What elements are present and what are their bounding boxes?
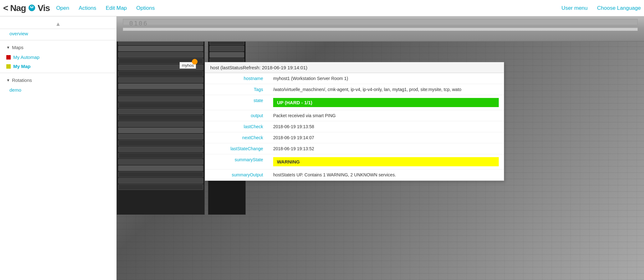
sidebar-scroll-top: ▲ [0, 20, 116, 29]
state-field-value: UP (HARD - 1/1) [268, 95, 504, 110]
nagovis-eye-icon [28, 4, 35, 11]
sidebar-divider-1 [0, 40, 116, 40]
nav-options[interactable]: Options [136, 5, 155, 11]
summarystate-field-value: WARNING [268, 154, 504, 169]
logo[interactable]: < Nag Vis [3, 3, 50, 13]
table-row-lastcheck: lastCheck 2018-06-19 19:13:58 [205, 121, 504, 132]
nav-actions[interactable]: Actions [79, 5, 96, 11]
state-badge-warning: WARNING [273, 157, 499, 166]
table-row-hostname: hostname myhost1 (Workstation Server Roo… [205, 73, 504, 84]
state-badge-up: UP (HARD - 1/1) [273, 98, 499, 107]
summarystate-field-label: summaryState [205, 154, 268, 169]
scroll-up-icon: ▲ [55, 21, 61, 27]
my-automap-status-icon [6, 55, 11, 60]
tags-field-label: Tags [205, 84, 268, 95]
main-map-area: 0106 myhos host (lastStatusRefresh: 2018… [117, 16, 644, 280]
sidebar-item-overview[interactable]: overview [0, 29, 116, 38]
nav-right: User menu Choose Language [561, 5, 641, 11]
nav-open[interactable]: Open [56, 5, 69, 11]
nextcheck-field-value: 2018-06-19 19:14:07 [268, 132, 504, 143]
hostname-field-value: myhost1 (Workstation Server Room 1) [268, 73, 504, 84]
lastcheck-field-label: lastCheck [205, 121, 268, 132]
summaryoutput-field-value: hostStateIs UP. Contains 1 WARNING, 2 UN… [268, 169, 504, 180]
host-node[interactable]: myhos [180, 62, 196, 69]
sidebar: ▲ overview ▼ Maps My Automap My Map ▼ Ro… [0, 16, 117, 280]
lastcheck-field-value: 2018-06-19 19:13:58 [268, 121, 504, 132]
layout: ▲ overview ▼ Maps My Automap My Map ▼ Ro… [0, 16, 644, 280]
sidebar-item-my-map[interactable]: My Map [0, 62, 116, 71]
table-row-summaryoutput: summaryOutput hostStateIs UP. Contains 1… [205, 169, 504, 180]
rack1 [117, 26, 205, 215]
host-info-popup: host (lastStatusRefresh: 2018-06-19 19:1… [205, 62, 504, 181]
table-row-summarystate: summaryState WARNING [205, 154, 504, 169]
table-row-nextcheck: nextCheck 2018-06-19 19:14:07 [205, 132, 504, 143]
tags-field-value: /wato/virtuelle_maschinen/, cmk-agent, i… [268, 84, 504, 95]
maps-collapse-arrow: ▼ [6, 45, 10, 50]
table-row-tags: Tags /wato/virtuelle_maschinen/, cmk-age… [205, 84, 504, 95]
nav-choose-language[interactable]: Choose Language [597, 5, 641, 11]
rack-label: 0106 [129, 20, 148, 27]
main-nav: Open Actions Edit Map Options [56, 5, 561, 11]
my-map-label: My Map [13, 64, 31, 69]
laststatechange-field-value: 2018-06-19 19:13:52 [268, 143, 504, 154]
popup-table: hostname myhost1 (Workstation Server Roo… [205, 73, 504, 180]
table-row-output: output Packet received via smart PING [205, 110, 504, 121]
sidebar-item-demo[interactable]: demo [0, 85, 116, 94]
state-field-label: state [205, 95, 268, 110]
nextcheck-field-label: nextCheck [205, 132, 268, 143]
sidebar-rotations-header[interactable]: ▼ Rotations [0, 75, 116, 85]
topbar: < Nag Vis Open Actions Edit Map Options … [0, 0, 644, 16]
nav-user-menu[interactable]: User menu [561, 5, 588, 11]
my-map-status-icon [6, 64, 11, 69]
table-row-state: state UP (HARD - 1/1) [205, 95, 504, 110]
sidebar-item-my-automap[interactable]: My Automap [0, 53, 116, 62]
nav-edit-map[interactable]: Edit Map [106, 5, 127, 11]
output-field-value: Packet received via smart PING [268, 110, 504, 121]
sidebar-divider-2 [0, 73, 116, 73]
sidebar-maps-header[interactable]: ▼ Maps [0, 42, 116, 53]
sidebar-rotations-label: Rotations [12, 77, 32, 83]
table-row-laststatechange: lastStateChange 2018-06-19 19:13:52 [205, 143, 504, 154]
rotations-collapse-arrow: ▼ [6, 78, 10, 83]
hostname-field-label: hostname [205, 73, 268, 84]
summaryoutput-field-label: summaryOutput [205, 169, 268, 180]
svg-point-2 [31, 6, 32, 8]
cable-tray: 0106 [117, 16, 644, 42]
popup-title: host (lastStatusRefresh: 2018-06-19 19:1… [205, 62, 504, 73]
laststatechange-field-label: lastStateChange [205, 143, 268, 154]
my-automap-label: My Automap [13, 54, 39, 60]
output-field-label: output [205, 110, 268, 121]
sidebar-maps-label: Maps [12, 45, 24, 50]
